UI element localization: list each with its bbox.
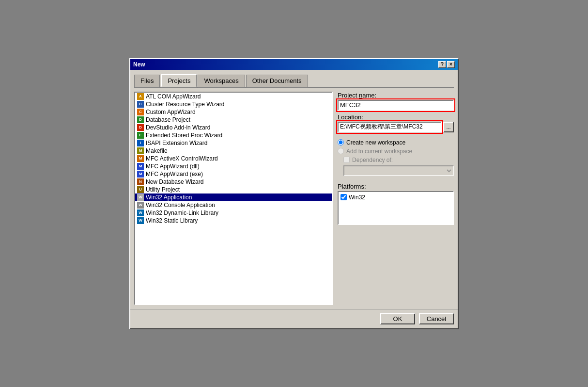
close-button[interactable]: × [447, 61, 455, 68]
list-item-label-win32dll: Win32 Dynamic-Link Library [146, 210, 218, 216]
list-item-extended[interactable]: EExtended Stored Proc Wizard [135, 131, 332, 139]
browse-button[interactable]: ... [443, 122, 454, 132]
platforms-label: Platforms: [338, 183, 454, 190]
workspace-section: Create new workspace Add to current work… [338, 139, 454, 176]
tab-other-documents[interactable]: Other Documents [246, 75, 308, 88]
project-name-section: Project name: [338, 92, 454, 111]
project-name-input[interactable] [338, 100, 454, 111]
list-item-label-makefile: Makefile [146, 147, 168, 154]
add-to-current-label: Add to current workspace [346, 148, 412, 155]
right-panel: Project name: Location: ... C [338, 92, 454, 305]
ok-button[interactable]: OK [380, 313, 415, 324]
list-item-label-mfcax: MFC ActiveX ControlWizard [146, 155, 218, 162]
tab-bar: Files Projects Workspaces Other Document… [134, 74, 454, 88]
tab-workspaces[interactable]: Workspaces [198, 75, 245, 88]
icon-win32app: W [137, 194, 144, 201]
icon-mfcexe: M [137, 171, 144, 177]
title-bar-buttons: ? × [438, 61, 455, 68]
list-item-database[interactable]: DDatabase Project [135, 116, 332, 124]
list-item-label-mfcexe: MFC AppWizard (exe) [146, 171, 203, 177]
bottom-buttons: OK Cancel [130, 309, 458, 328]
icon-win32lib: W [137, 217, 144, 224]
location-label: Location: [338, 113, 454, 121]
create-new-label: Create new workspace [346, 139, 405, 146]
win32-label: Win32 [349, 194, 365, 201]
dialog-body: Files Projects Workspaces Other Document… [130, 70, 458, 309]
list-item-isapi[interactable]: IISAPI Extension Wizard [135, 139, 332, 147]
list-item-label-win32app: Win32 Application [146, 194, 192, 201]
icon-utility: U [137, 186, 144, 193]
project-list[interactable]: AATL COM AppWizardCCluster Resource Type… [134, 92, 333, 305]
platforms-box: Win32 [338, 191, 454, 225]
icon-database: D [137, 116, 144, 123]
list-item-custom[interactable]: CCustom AppWizard [135, 108, 332, 116]
list-item-label-win32lib: Win32 Static Library [146, 217, 198, 224]
icon-win32con: W [137, 202, 144, 209]
list-item-win32dll[interactable]: WWin32 Dynamic-Link Library [135, 209, 332, 217]
icon-atl-com: A [137, 93, 144, 100]
list-item-label-newdb: New Database Wizard [146, 178, 203, 185]
icon-isapi: I [137, 140, 144, 146]
icon-custom: C [137, 109, 144, 115]
list-item-label-custom: Custom AppWizard [146, 109, 196, 115]
icon-newdb: N [137, 178, 144, 185]
platforms-section: Platforms: Win32 [338, 183, 454, 225]
list-item-label-database: Database Project [146, 116, 190, 123]
list-item-label-atl-com: ATL COM AppWizard [146, 93, 201, 100]
dependency-select [343, 165, 454, 176]
list-item-win32lib[interactable]: WWin32 Static Library [135, 217, 332, 225]
project-name-label: Project name: [338, 92, 454, 99]
list-item-win32app[interactable]: WWin32 Application [135, 194, 332, 201]
dependency-row [343, 165, 454, 176]
list-item-label-utility: Utility Project [146, 186, 180, 193]
icon-win32dll: W [137, 210, 144, 216]
window-title: New [133, 61, 145, 68]
location-input[interactable] [338, 122, 442, 132]
list-item-label-cluster: Cluster Resource Type Wizard [146, 101, 225, 108]
list-item-makefile[interactable]: MMakefile [135, 147, 332, 155]
create-new-workspace-radio[interactable]: Create new workspace [338, 139, 454, 146]
content-area: AATL COM AppWizardCCluster Resource Type… [134, 92, 454, 305]
list-item-win32con[interactable]: WWin32 Console Application [135, 201, 332, 209]
list-item-mfcax[interactable]: MMFC ActiveX ControlWizard [135, 155, 332, 162]
icon-extended: E [137, 132, 144, 139]
icon-cluster: C [137, 101, 144, 108]
icon-devstudio: D [137, 124, 144, 131]
win32-checkbox[interactable] [340, 194, 347, 200]
list-item-label-isapi: ISAPI Extension Wizard [146, 140, 207, 146]
icon-mfcdll: M [137, 163, 144, 170]
list-item-cluster[interactable]: CCluster Resource Type Wizard [135, 100, 332, 108]
list-item-label-mfcdll: MFC AppWizard (dll) [146, 163, 200, 170]
dependency-checkbox-row: Dependency of: [343, 157, 454, 163]
help-button[interactable]: ? [438, 61, 446, 68]
location-section: Location: ... [338, 113, 454, 132]
list-item-atl-com[interactable]: AATL COM AppWizard [135, 93, 332, 100]
title-bar: New ? × [130, 59, 458, 70]
list-item-label-devstudio: DevStudio Add-in Wizard [146, 124, 210, 131]
list-item-devstudio[interactable]: DDevStudio Add-in Wizard [135, 124, 332, 131]
list-item-utility[interactable]: UUtility Project [135, 186, 332, 194]
win32-platform-item[interactable]: Win32 [340, 194, 451, 201]
add-to-current-radio[interactable]: Add to current workspace [338, 148, 454, 155]
list-item-mfcdll[interactable]: MMFC AppWizard (dll) [135, 162, 332, 170]
location-row: ... [338, 122, 454, 132]
list-item-label-win32con: Win32 Console Application [146, 202, 215, 209]
new-dialog: New ? × Files Projects Workspaces Other … [129, 58, 459, 329]
tab-files[interactable]: Files [134, 75, 160, 88]
icon-makefile: M [137, 147, 144, 154]
tab-projects[interactable]: Projects [161, 74, 197, 87]
dependency-label: Dependency of: [352, 157, 393, 163]
icon-mfcax: M [137, 155, 144, 162]
cancel-button[interactable]: Cancel [419, 313, 454, 324]
list-item-label-extended: Extended Stored Proc Wizard [146, 132, 222, 139]
list-item-mfcexe[interactable]: MMFC AppWizard (exe) [135, 170, 332, 178]
list-item-newdb[interactable]: NNew Database Wizard [135, 178, 332, 186]
